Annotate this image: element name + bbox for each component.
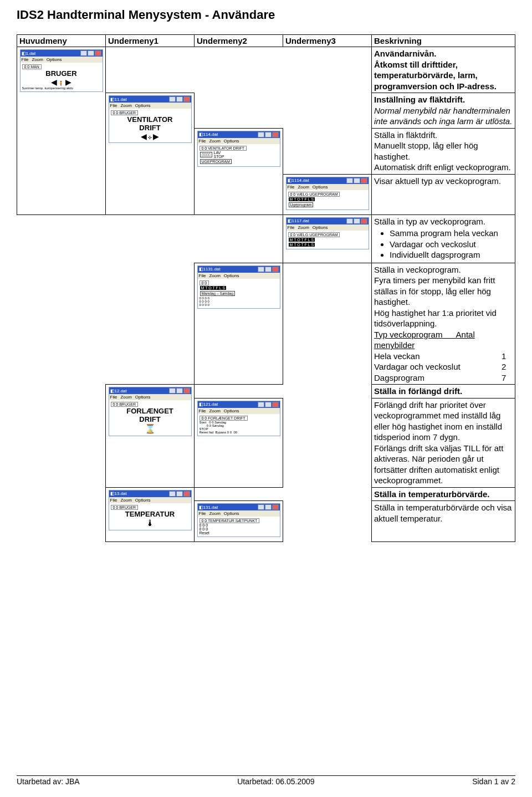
arrow-right-icon: ▶ (65, 78, 71, 86)
col-undermeny3: Undermeny3 (283, 35, 372, 47)
desc-forlangd: Ställa in förlängd drift. (372, 385, 515, 398)
desc-stalla-typ: Ställa in typ av veckoprogram. Samma pro… (372, 214, 515, 263)
close-icon (183, 388, 190, 394)
cell-sub3: ◧1114.dat FileZoomOptions 0 0 VÆLG UGEPR… (283, 174, 372, 214)
close-icon (272, 504, 279, 510)
footer-mid: Utarbetad: 06.05.2009 (237, 777, 314, 786)
cell-main: ◧1.dat FileZoomOptions 0 0 MAN BRUGER ◀ … (17, 47, 106, 215)
arrow-right-icon: ▶ (153, 132, 159, 141)
table-header: Huvudmeny Undermeny1 Undermeny2 Undermen… (17, 35, 515, 47)
thumb-bruger: ◧1.dat FileZoomOptions 0 0 MAN BRUGER ◀ … (20, 49, 103, 92)
thumb-valj-uge: ◧1117.dat FileZoomOptions 0 0 VÆLG UGEPR… (286, 217, 369, 249)
window-icon: ◧ (110, 97, 115, 102)
close-icon (361, 178, 367, 183)
table-row: ◧13.dat FileZoomOptions 0 0 BRUGER TEMPE… (17, 487, 515, 501)
desc-flaktdrift: Inställning av fläktdrift.Normal menybil… (372, 93, 515, 129)
close-icon (272, 402, 279, 407)
thumb-ventilatordrift: ◧114.dat FileZoomOptions 0 0 VENTILATOR … (197, 131, 280, 167)
page: IDS2 Handterminal Menysystem - Användare… (0, 0, 532, 797)
table-row: ◧1117.dat FileZoomOptions 0 0 VÆLG UGEPR… (17, 214, 515, 263)
desc-temp-2: Ställa in temperaturbörvärde och visa ak… (372, 501, 515, 542)
thumb-121: ◧121.dat FileZoomOptions 0 0 FORLÆNGET D… (197, 401, 280, 436)
thermometer-icon (111, 518, 190, 528)
close-icon (272, 267, 279, 272)
close-icon (361, 218, 367, 224)
desc-stalla-vecko: Ställa in veckoprogram.Fyra timers per m… (372, 263, 515, 385)
footer-left: Utarbetad av: JBA (17, 777, 80, 786)
arrow-left-icon: ◀ (51, 78, 57, 86)
col-undermeny1: Undermeny1 (106, 35, 195, 47)
cell-sub2: ◧1131.dat FileZoomOptions 0 0 M T O T F … (195, 263, 283, 385)
thumb-ventilator: ◧11.dat FileZoomOptions 0 0 BRUGER VENTI… (109, 95, 192, 143)
thumb-1131: ◧1131.dat FileZoomOptions 0 0 M T O T F … (197, 265, 280, 309)
close-icon (95, 50, 101, 56)
max-icon (88, 50, 94, 56)
menu-table: Huvudmeny Undermeny1 Undermeny2 Undermen… (17, 34, 515, 542)
desc-anvandarniva: Användarnivån.Åtkomst till drifttider, t… (372, 47, 515, 93)
cell-sub2: ◧121.dat FileZoomOptions 0 0 FORLÆNGET D… (195, 398, 283, 487)
thumb-131: ◧131.dat FileZoomOptions 0 0 TEMPERATUR … (197, 503, 280, 537)
cell-sub2: ◧131.dat FileZoomOptions 0 0 TEMPERATUR … (195, 501, 283, 542)
close-icon (272, 132, 279, 137)
close-icon (183, 96, 190, 102)
footer-right: Sidan 1 av 2 (472, 777, 515, 786)
thumb-ugeprogram: ◧1114.dat FileZoomOptions 0 0 VÆLG UGEPR… (286, 177, 369, 210)
col-undermeny2: Undermeny2 (195, 35, 283, 47)
min-icon (80, 50, 87, 56)
thumb-temperatur: ◧13.dat FileZoomOptions 0 0 BRUGER TEMPE… (109, 490, 192, 530)
window-icon: ◧ (22, 51, 26, 56)
cell-sub2: ◧114.dat FileZoomOptions 0 0 VENTILATOR … (195, 128, 283, 214)
footer: Utarbetad av: JBA Utarbetad: 06.05.2009 … (17, 775, 515, 786)
table-row: ◧12.dat FileZoomOptions 0 0 BRUGER FORLÆ… (17, 385, 515, 398)
col-huvudmeny: Huvudmeny (17, 35, 106, 47)
arrow-left-icon: ◀ (141, 132, 147, 141)
desc-forlangd-2: Förlängd drift har prioritet över veckop… (372, 398, 515, 487)
table-row: ◧1.dat FileZoomOptions 0 0 MAN BRUGER ◀ … (17, 47, 515, 93)
cell-sub1: ◧13.dat FileZoomOptions 0 0 BRUGER TEMPE… (106, 487, 195, 542)
close-icon (183, 491, 190, 497)
desc-stall-flakt: Ställa in fläktdrift.Manuellt stopp, låg… (372, 128, 515, 174)
desc-visar-vecko: Visar aktuell typ av veckoprogram. (372, 174, 515, 214)
cell-sub1: ◧11.dat FileZoomOptions 0 0 BRUGER VENTI… (106, 93, 195, 215)
thumb-forlaenget: ◧12.dat FileZoomOptions 0 0 BRUGER FORLÆ… (109, 387, 192, 436)
col-beskrivning: Beskrivning (372, 35, 515, 47)
page-title: IDS2 Handterminal Menysystem - Användare (17, 8, 515, 22)
hourglass-icon (111, 423, 190, 434)
cell-sub3: ◧1117.dat FileZoomOptions 0 0 VÆLG UGEPR… (283, 214, 372, 263)
desc-temp: Ställa in temperaturbörvärde. (372, 487, 515, 501)
cell-sub1: ◧12.dat FileZoomOptions 0 0 BRUGER FORLÆ… (106, 385, 195, 488)
